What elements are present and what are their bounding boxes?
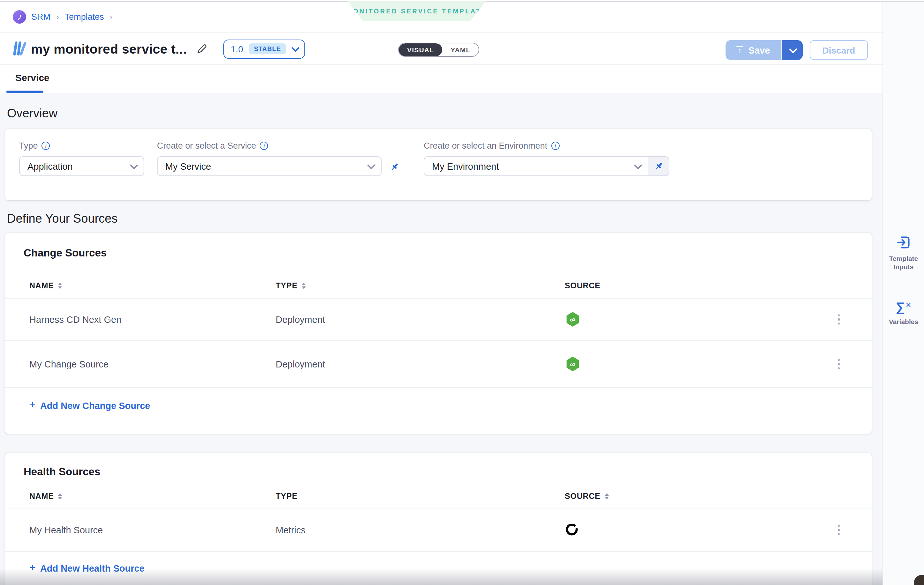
change-source-row[interactable]: My Change Source Deployment [5,341,872,388]
chevron-down-icon [292,44,300,52]
header-actions: ↑ Save Discard [726,40,868,60]
version-selector[interactable]: 1.0 STABLE [223,39,305,58]
title-bar: my monitored service t... 1.0 STABLE VIS… [0,33,883,65]
save-label: Save [749,45,770,55]
breadcrumb-srm[interactable]: SRM [31,12,50,22]
template-inputs-icon [896,235,911,250]
type-value: Application [28,161,130,171]
chevron-down-icon [789,45,797,53]
save-options-button[interactable] [781,40,802,60]
type-label: Typei [19,141,50,150]
change-sources-header: NAME TYPE SOURCE [5,274,872,298]
chevron-down-icon [634,161,642,169]
breadcrumb-separator: › [110,12,113,22]
health-source-row[interactable]: My Health Source Metrics [5,508,872,552]
column-source: SOURCE [565,281,872,290]
tab-active-indicator [7,91,43,93]
health-sources-card: Health Sources NAME TYPE SOURCE My [5,453,872,585]
save-split-button: ↑ Save [726,40,803,60]
page-title: my monitored service t... [31,41,186,56]
monitored-service-template-ribbon: MONITORED SERVICE TEMPLATE [348,1,486,21]
chevron-down-icon [367,161,375,169]
chevron-down-icon [130,161,138,169]
toggle-yaml[interactable]: YAML [442,43,478,56]
row-menu-icon[interactable] [835,356,842,372]
add-change-source-button[interactable]: Add New Change Source [29,400,150,412]
row-menu-icon[interactable] [835,522,842,538]
service-label: Create or select a Servicei [157,141,268,150]
srm-module-icon[interactable] [13,10,26,24]
breadcrumb-separator: › [56,12,59,22]
sort-icon[interactable] [605,493,609,500]
change-source-row[interactable]: Harness CD Next Gen Deployment [5,298,872,341]
template-inputs-button[interactable]: Template Inputs [883,235,924,272]
environment-pin-icon[interactable] [648,156,669,176]
service-value: My Service [165,161,368,171]
row-type: Deployment [276,359,565,369]
harness-cd-icon [566,312,579,326]
template-inputs-label: Template Inputs [886,255,921,272]
srm-glyph [15,12,24,21]
template-library-icon [14,41,24,56]
sort-icon[interactable] [302,283,306,289]
column-name[interactable]: NAME [29,492,276,501]
type-select[interactable]: Application [19,156,144,176]
info-icon[interactable]: i [260,142,268,150]
version-number: 1.0 [231,44,243,54]
variables-label: Variables [886,318,921,326]
environment-label: Create or select an Environmenti [424,141,559,150]
environment-value: My Environment [432,161,634,171]
row-name: My Health Source [29,525,276,535]
column-name[interactable]: NAME [29,281,276,290]
right-rail: Template Inputs ∑✕ Variables [883,2,924,585]
overview-heading: Overview [7,107,58,120]
app-window: SRM › Templates › my monitored service t… [0,0,924,585]
column-type[interactable]: TYPE [276,281,565,290]
version-stable-badge: STABLE [249,43,286,54]
variables-sigma-icon: ∑✕ [896,300,912,313]
health-sources-header: NAME TYPE SOURCE [5,485,872,508]
visual-yaml-toggle: VISUAL YAML [398,43,480,57]
change-sources-title: Change Sources [24,247,107,259]
tab-service[interactable]: Service [15,72,50,83]
sort-icon[interactable] [58,493,62,500]
main-column: SRM › Templates › my monitored service t… [0,0,883,585]
content-area: Overview Typei Application Create or sel… [0,93,883,585]
discard-button[interactable]: Discard [809,40,868,60]
save-button[interactable]: ↑ Save [726,40,781,60]
info-icon[interactable]: i [42,142,50,150]
edit-name-icon[interactable] [196,43,208,55]
row-type: Deployment [276,314,565,325]
health-sources-title: Health Sources [24,466,100,478]
upload-icon: ↑ [736,46,743,54]
service-select[interactable]: My Service [157,156,381,176]
sort-icon[interactable] [58,283,62,289]
service-pin-icon[interactable] [385,158,403,175]
appdynamics-icon [566,524,872,536]
tab-bar: Service [0,66,883,93]
overview-card: Typei Application Create or select a Ser… [5,129,872,200]
harness-cd-icon [566,357,579,371]
environment-select[interactable]: My Environment [424,156,648,176]
define-sources-heading: Define Your Sources [7,212,117,226]
row-menu-icon[interactable] [835,311,842,327]
toggle-visual[interactable]: VISUAL [399,43,442,56]
discard-label: Discard [822,45,855,55]
info-icon[interactable]: i [551,142,559,150]
row-name: Harness CD Next Gen [29,314,276,325]
change-sources-card: Change Sources NAME TYPE SOURCE Ha [5,233,872,434]
row-name: My Change Source [29,359,276,369]
variables-button[interactable]: ∑✕ Variables [883,300,924,326]
row-type: Metrics [276,525,565,535]
column-source[interactable]: SOURCE [565,492,872,501]
add-health-source-button[interactable]: Add New Health Source [29,563,145,574]
column-type: TYPE [276,492,565,501]
breadcrumb-templates[interactable]: Templates [65,12,104,22]
